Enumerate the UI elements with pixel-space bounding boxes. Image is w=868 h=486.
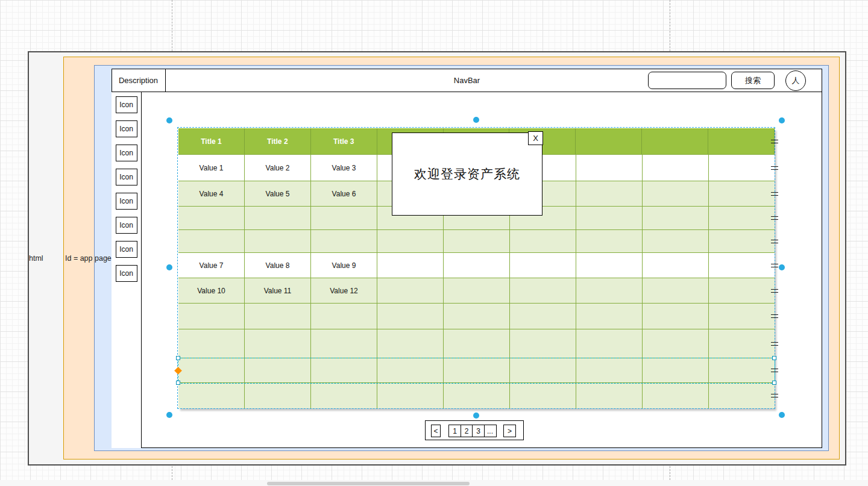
table-cell[interactable] bbox=[377, 278, 444, 303]
row-resize-handle[interactable] bbox=[771, 314, 778, 318]
table-cell[interactable] bbox=[709, 329, 775, 358]
table-cell[interactable] bbox=[709, 253, 775, 278]
table-cell[interactable]: Value 6 bbox=[311, 181, 377, 206]
table-cell[interactable] bbox=[444, 278, 510, 303]
table-cell[interactable]: Value 9 bbox=[311, 253, 377, 278]
table-cell[interactable] bbox=[576, 253, 643, 278]
table-cell[interactable] bbox=[643, 278, 709, 303]
table-cell[interactable]: Value 12 bbox=[311, 278, 377, 303]
table-cell[interactable] bbox=[576, 181, 643, 206]
table-cell[interactable] bbox=[178, 304, 245, 329]
table-cell[interactable] bbox=[510, 304, 576, 329]
row-resize-handle[interactable] bbox=[771, 369, 778, 372]
table-header-cell[interactable]: Title 3 bbox=[311, 128, 377, 154]
table-cell[interactable] bbox=[643, 181, 709, 206]
row-corner-handle[interactable] bbox=[772, 381, 776, 385]
table-cell[interactable] bbox=[709, 181, 775, 206]
table-cell[interactable] bbox=[444, 383, 510, 408]
table-row[interactable]: Value 10Value 11Value 12 bbox=[178, 278, 775, 304]
diagram-canvas[interactable]: html Id = app page Description NavBar 搜索… bbox=[0, 0, 868, 486]
table-header-cell[interactable] bbox=[576, 128, 642, 154]
row-corner-handle[interactable] bbox=[176, 381, 180, 385]
sidebar-icon[interactable]: Icon bbox=[116, 265, 137, 282]
sidebar-icon[interactable]: Icon bbox=[116, 241, 137, 258]
sidebar-icon[interactable]: Icon bbox=[116, 145, 137, 161]
table-cell[interactable] bbox=[311, 383, 377, 408]
table-cell[interactable] bbox=[510, 230, 576, 252]
row-resize-handle[interactable] bbox=[771, 394, 778, 397]
table-cell[interactable] bbox=[709, 155, 775, 181]
table-cell[interactable] bbox=[245, 230, 311, 252]
table-cell[interactable]: Value 1 bbox=[178, 155, 245, 181]
table-cell[interactable] bbox=[709, 304, 775, 329]
row-resize-handle[interactable] bbox=[771, 166, 778, 170]
page-prev-button[interactable]: < bbox=[431, 425, 441, 437]
table-cell[interactable]: Value 5 bbox=[245, 181, 311, 206]
table-cell[interactable] bbox=[643, 304, 709, 329]
table-cell[interactable] bbox=[178, 329, 245, 358]
table-cell[interactable] bbox=[643, 329, 709, 358]
table-header-cell[interactable] bbox=[642, 128, 708, 154]
row-resize-handle[interactable] bbox=[771, 264, 778, 267]
page-next-button[interactable]: > bbox=[503, 425, 516, 437]
table-cell[interactable]: Value 10 bbox=[178, 278, 245, 303]
table-cell[interactable] bbox=[377, 253, 444, 278]
row-resize-handle[interactable] bbox=[771, 216, 778, 220]
row-corner-handle[interactable] bbox=[176, 356, 180, 360]
table-cell[interactable] bbox=[576, 278, 643, 303]
table-cell[interactable] bbox=[245, 329, 311, 358]
table-cell[interactable] bbox=[444, 253, 510, 278]
table-row[interactable]: Value 7Value 8Value 9 bbox=[178, 253, 775, 278]
table-cell[interactable] bbox=[178, 383, 245, 408]
row-resize-handle[interactable] bbox=[771, 192, 778, 196]
page-number-button[interactable]: 2 bbox=[461, 425, 473, 437]
table-cell[interactable]: Value 2 bbox=[245, 155, 311, 181]
sidebar-icon[interactable]: Icon bbox=[116, 217, 137, 234]
page-number-button[interactable]: 3 bbox=[472, 425, 485, 437]
table-cell[interactable] bbox=[709, 207, 775, 229]
table-cell[interactable] bbox=[643, 155, 709, 181]
page-number-button[interactable]: ... bbox=[484, 425, 497, 437]
table-cell[interactable] bbox=[643, 207, 709, 229]
selection-handle-dot[interactable] bbox=[473, 117, 479, 123]
table-row[interactable] bbox=[178, 230, 775, 253]
table-cell[interactable] bbox=[510, 329, 576, 358]
search-input[interactable] bbox=[648, 72, 726, 89]
table-cell[interactable]: Value 4 bbox=[178, 181, 245, 206]
table-cell[interactable] bbox=[444, 230, 510, 252]
table-cell[interactable] bbox=[576, 329, 643, 358]
table-cell[interactable] bbox=[576, 304, 643, 329]
row-resize-handle[interactable] bbox=[771, 289, 778, 293]
selection-handle-dot[interactable] bbox=[473, 413, 479, 419]
table-cell[interactable] bbox=[178, 207, 245, 229]
table-cell[interactable] bbox=[576, 155, 643, 181]
table-cell[interactable] bbox=[510, 383, 576, 408]
horizontal-scrollbar-thumb[interactable] bbox=[267, 482, 470, 485]
row-resize-handle[interactable] bbox=[771, 140, 778, 143]
row-corner-handle[interactable] bbox=[772, 356, 776, 360]
table-cell[interactable] bbox=[311, 207, 377, 229]
sidebar-icon[interactable]: Icon bbox=[116, 169, 137, 185]
search-button[interactable]: 搜索 bbox=[731, 72, 775, 89]
table-cell[interactable] bbox=[576, 207, 643, 229]
table-cell[interactable] bbox=[311, 230, 377, 252]
table-header-cell[interactable]: Title 2 bbox=[245, 128, 311, 154]
row-resize-handle[interactable] bbox=[771, 342, 778, 346]
table-row[interactable] bbox=[178, 329, 775, 358]
selection-handle-dot[interactable] bbox=[779, 412, 785, 418]
table-cell[interactable]: Value 11 bbox=[245, 278, 311, 303]
table-header-cell[interactable]: Title 1 bbox=[178, 128, 245, 154]
table-cell[interactable] bbox=[311, 304, 377, 329]
selection-handle-dot[interactable] bbox=[779, 117, 785, 123]
row-resize-handle[interactable] bbox=[771, 240, 778, 243]
table-cell[interactable] bbox=[311, 329, 377, 358]
table-cell[interactable] bbox=[377, 383, 444, 408]
selection-handle-dot[interactable] bbox=[166, 117, 172, 123]
sidebar-icon[interactable]: Icon bbox=[116, 96, 137, 113]
table-cell[interactable] bbox=[377, 230, 444, 252]
page-number-button[interactable]: 1 bbox=[448, 425, 461, 437]
sidebar-icon[interactable]: Icon bbox=[116, 120, 137, 137]
table-cell[interactable] bbox=[444, 329, 510, 358]
table-cell[interactable] bbox=[576, 230, 643, 252]
table-cell[interactable]: Value 3 bbox=[311, 155, 377, 181]
